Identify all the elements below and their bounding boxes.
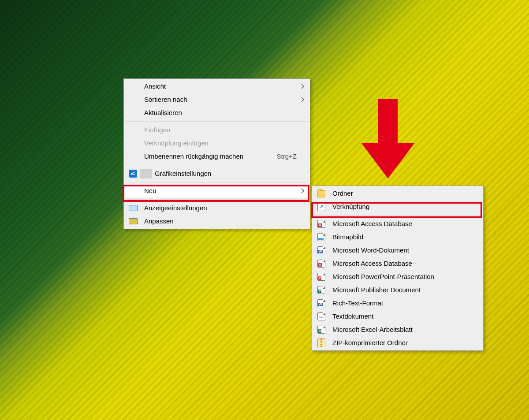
menu-separator bbox=[125, 182, 309, 182]
menu-separator bbox=[125, 121, 309, 122]
menu-item-sort[interactable]: Sortieren nach bbox=[125, 93, 309, 106]
submenu-item-folder[interactable]: Ordner bbox=[313, 187, 482, 200]
bitmap-file-icon bbox=[317, 233, 325, 241]
menu-item-label: Anzeigeeinstellungen bbox=[144, 204, 207, 212]
menu-item-shortcut: Strg+Z bbox=[277, 150, 297, 163]
annotation-arrow-icon bbox=[361, 99, 414, 178]
menu-separator bbox=[313, 215, 482, 216]
zip-file-icon bbox=[317, 339, 325, 347]
submenu-item-label: Textdokument bbox=[332, 312, 373, 320]
shortcut-icon: ↗ bbox=[317, 203, 325, 211]
submenu-item-excel[interactable]: X Microsoft Excel-Arbeitsblatt bbox=[313, 323, 482, 336]
submenu-item-bitmap[interactable]: Bitmapbild bbox=[313, 230, 482, 244]
submenu-item-label: Verknüpfung bbox=[332, 203, 369, 210]
submenu-item-label: Microsoft Word-Dokument bbox=[332, 246, 409, 254]
menu-item-label: Umbenennen rückgängig machen bbox=[144, 152, 243, 160]
desktop-wallpaper[interactable]: Ansicht Sortieren nach Aktualisieren Ein… bbox=[0, 0, 529, 420]
menu-item-paste-link: Verknüpfung einfügen bbox=[125, 137, 309, 150]
menu-item-undo-rename[interactable]: Umbenennen rückgängig machen Strg+Z bbox=[125, 150, 309, 163]
menu-item-graphics-settings[interactable]: iG Grafikeinstellungen bbox=[125, 167, 309, 180]
chevron-right-icon bbox=[301, 80, 305, 93]
display-settings-icon bbox=[129, 204, 137, 212]
access-file-icon: A bbox=[317, 260, 325, 268]
submenu-item-rtf[interactable]: W Rich-Text-Format bbox=[313, 297, 482, 310]
submenu-item-label: Rich-Text-Format bbox=[332, 299, 383, 307]
menu-item-label: Sortieren nach bbox=[144, 96, 187, 103]
menu-item-new[interactable]: Neu bbox=[125, 184, 309, 197]
submenu-new: Ordner ↗ Verknüpfung A Microsoft Access … bbox=[312, 186, 484, 351]
menu-separator bbox=[125, 199, 309, 200]
menu-item-label: Einfügen bbox=[144, 126, 170, 134]
access-file-icon: A bbox=[317, 220, 325, 228]
submenu-item-publisher[interactable]: P Microsoft Publisher Document bbox=[313, 283, 482, 297]
submenu-item-text[interactable]: Textdokument bbox=[313, 310, 482, 323]
menu-item-label: Ansicht bbox=[144, 82, 166, 90]
submenu-item-label: Microsoft Publisher Document bbox=[332, 286, 421, 294]
submenu-item-shortcut[interactable]: ↗ Verknüpfung bbox=[313, 200, 482, 213]
personalize-icon bbox=[129, 217, 137, 225]
menu-separator bbox=[125, 165, 309, 165]
rtf-file-icon: W bbox=[317, 299, 325, 307]
desktop-context-menu: Ansicht Sortieren nach Aktualisieren Ein… bbox=[123, 78, 310, 229]
intel-graphics-icon: iG bbox=[129, 170, 137, 178]
powerpoint-file-icon: P bbox=[317, 273, 325, 281]
redacted-icon bbox=[140, 169, 152, 178]
menu-item-display-settings[interactable]: Anzeigeeinstellungen bbox=[125, 201, 309, 215]
menu-item-paste: Einfügen bbox=[125, 123, 309, 137]
menu-item-label: Anpassen bbox=[144, 217, 174, 225]
submenu-item-word[interactable]: W Microsoft Word-Dokument bbox=[313, 244, 482, 257]
submenu-item-label: Microsoft Access Database bbox=[332, 260, 412, 267]
word-file-icon: W bbox=[317, 246, 325, 254]
menu-item-label: Grafikeinstellungen bbox=[155, 170, 211, 177]
menu-item-refresh[interactable]: Aktualisieren bbox=[125, 106, 309, 119]
publisher-file-icon: P bbox=[317, 286, 325, 294]
text-file-icon bbox=[317, 312, 325, 320]
menu-item-label: Verknüpfung einfügen bbox=[144, 139, 209, 147]
folder-icon bbox=[317, 190, 325, 197]
submenu-item-label: Bitmapbild bbox=[332, 233, 363, 241]
chevron-right-icon bbox=[301, 93, 305, 106]
submenu-item-label: Microsoft Excel-Arbeitsblatt bbox=[332, 326, 413, 333]
submenu-item-label: Ordner bbox=[332, 190, 353, 197]
submenu-item-zip[interactable]: ZIP-komprimierter Ordner bbox=[313, 336, 482, 349]
chevron-right-icon bbox=[301, 184, 305, 197]
excel-file-icon: X bbox=[317, 326, 325, 334]
menu-item-personalize[interactable]: Anpassen bbox=[125, 215, 309, 228]
submenu-item-label: Microsoft PowerPoint-Präsentation bbox=[332, 273, 434, 280]
menu-item-label: Neu bbox=[144, 187, 156, 194]
submenu-item-label: Microsoft Access Database bbox=[332, 220, 412, 227]
submenu-item-powerpoint[interactable]: P Microsoft PowerPoint-Präsentation bbox=[313, 270, 482, 283]
submenu-item-access-db-2[interactable]: A Microsoft Access Database bbox=[313, 257, 482, 270]
menu-item-view[interactable]: Ansicht bbox=[125, 80, 309, 93]
submenu-item-access-db[interactable]: A Microsoft Access Database bbox=[313, 217, 482, 230]
menu-item-label: Aktualisieren bbox=[144, 109, 182, 116]
submenu-item-label: ZIP-komprimierter Ordner bbox=[332, 339, 408, 346]
